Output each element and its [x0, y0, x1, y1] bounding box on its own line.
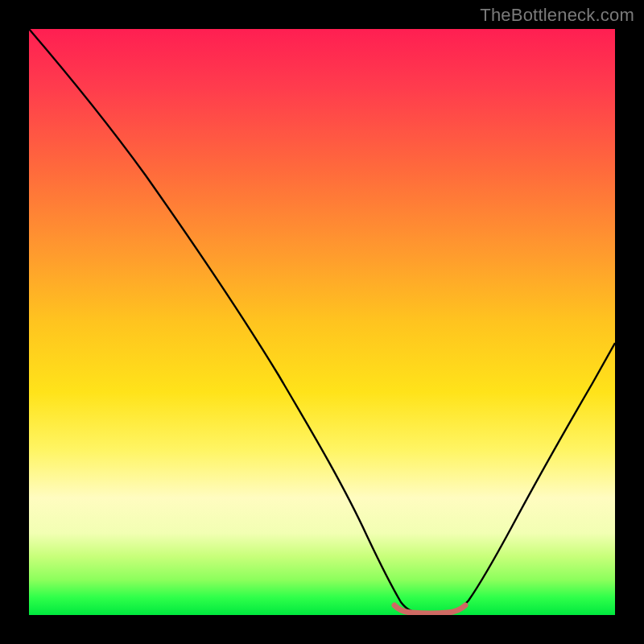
- plot-area: [29, 29, 615, 615]
- bottleneck-curve: [29, 29, 615, 613]
- watermark-text: TheBottleneck.com: [480, 5, 634, 26]
- chart-frame: TheBottleneck.com: [0, 0, 644, 644]
- curve-layer: [29, 29, 615, 615]
